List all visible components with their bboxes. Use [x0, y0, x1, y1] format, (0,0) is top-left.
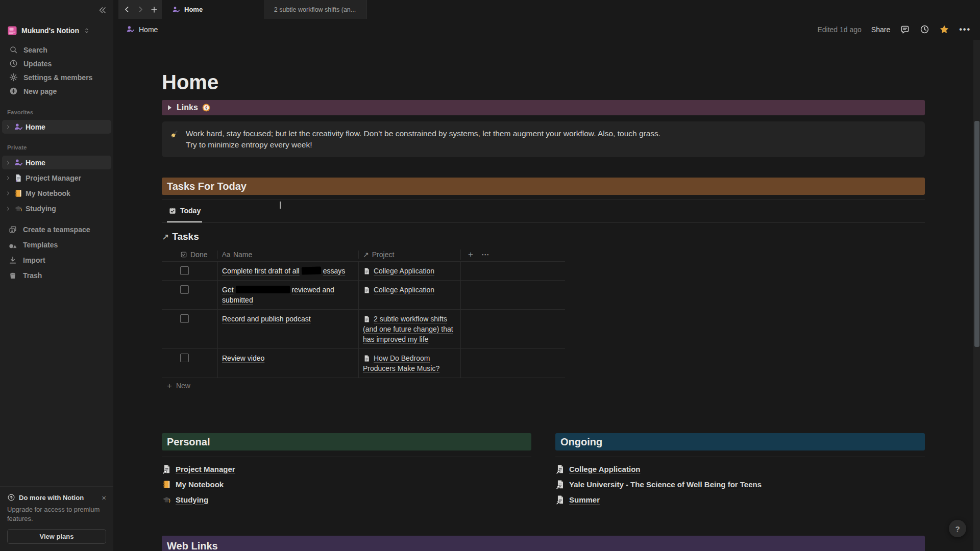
share-button[interactable]: Share — [871, 26, 890, 34]
project-cell[interactable]: College Application — [358, 262, 460, 280]
arrow-up-circle-icon — [7, 493, 15, 502]
project-cell[interactable]: How Do Bedroom Producers Make Music? — [358, 349, 460, 378]
task-checkbox[interactable] — [180, 266, 189, 275]
new-tab-icon[interactable] — [150, 6, 158, 14]
table-row: Record and publish podcast 2 subtle work… — [162, 310, 565, 349]
notebook-icon — [14, 189, 23, 198]
link-label: Studying — [176, 495, 208, 504]
sidebar-item-search[interactable]: Search — [0, 43, 113, 57]
tab-home[interactable]: Home — [162, 0, 264, 19]
tab-nav-controls — [118, 0, 162, 19]
breadcrumb[interactable]: Home — [126, 25, 158, 34]
linked-page-icon — [162, 495, 172, 505]
link-label: College Application — [569, 465, 640, 473]
add-column-button[interactable]: + — [468, 249, 473, 260]
project-link[interactable]: How Do Bedroom Producers Make Music? — [363, 354, 439, 372]
chevron-right-icon[interactable] — [5, 190, 11, 196]
chevron-right-icon[interactable] — [5, 175, 11, 181]
project-link[interactable]: College Application — [374, 267, 434, 275]
comment-icon[interactable] — [900, 24, 910, 35]
sidebar-collapse-icon[interactable] — [97, 5, 107, 15]
help-button[interactable]: ? — [949, 520, 966, 537]
link-studying[interactable]: Studying — [162, 492, 531, 507]
personal-column: Personal Project Manager My Notebook Stu… — [162, 433, 531, 507]
chevron-right-icon[interactable] — [5, 206, 11, 212]
sidebar-item-home-private[interactable]: Home — [2, 156, 111, 169]
sidebar-item-settings[interactable]: Settings & members — [0, 70, 113, 84]
task-checkbox[interactable] — [180, 314, 189, 323]
add-row-label: New — [176, 382, 190, 390]
sidebar-item-label: Project Manager — [26, 174, 81, 182]
add-row-button[interactable]: + New — [162, 378, 565, 393]
column-header-done[interactable]: Done — [162, 251, 217, 259]
teamspace-icon — [8, 225, 17, 234]
task-checkbox[interactable] — [180, 285, 189, 294]
project-cell[interactable]: 2 subtle workflow shifts (and one future… — [358, 310, 460, 348]
close-icon[interactable]: × — [102, 494, 106, 502]
link-project-manager[interactable]: Project Manager — [162, 461, 531, 477]
link-summer[interactable]: Summer — [555, 492, 925, 507]
project-cell[interactable]: College Application — [358, 281, 460, 309]
chevron-right-icon[interactable] — [5, 124, 11, 130]
project-link[interactable]: College Application — [374, 286, 434, 294]
chevron-right-icon[interactable] — [5, 160, 11, 166]
scrollbar-track[interactable] — [973, 40, 980, 551]
done-cell — [162, 349, 217, 378]
tasks-table: Done Aa Name ↗ Project + ⋯ Complet — [162, 247, 565, 393]
table-more-icon[interactable]: ⋯ — [481, 250, 489, 259]
view-plans-button[interactable]: View plans — [7, 529, 106, 544]
column-header-project[interactable]: ↗ Project — [358, 251, 460, 259]
toggle-triangle-icon[interactable] — [168, 105, 172, 110]
more-options-icon[interactable]: ••• — [959, 25, 971, 34]
column-label: Project — [372, 251, 395, 259]
project-link[interactable]: 2 subtle workflow shifts (and one future… — [363, 315, 453, 343]
up-down-chevrons-icon — [83, 27, 90, 34]
link-yale-university[interactable]: Yale University - The Science of Well Be… — [555, 477, 925, 492]
links-toggle[interactable]: Links — [162, 100, 925, 115]
favorites-label: Favorites — [0, 107, 113, 117]
back-icon[interactable] — [122, 5, 131, 14]
view-tab-today[interactable]: Today — [167, 199, 202, 222]
workspace-switcher[interactable]: Mukund's Notion — [0, 23, 113, 38]
scrollbar-thumb[interactable] — [974, 121, 979, 347]
star-filled-icon[interactable] — [939, 24, 949, 35]
link-college-application[interactable]: College Application — [555, 461, 925, 477]
sidebar-item-updates[interactable]: Updates — [0, 57, 113, 70]
sidebar-item-label: Import — [23, 256, 45, 264]
name-cell[interactable]: Review video — [217, 349, 358, 378]
callout-line-2: Try to minimize entropy every week! — [186, 139, 660, 151]
tasks-for-today-heading: Tasks For Today — [162, 178, 925, 195]
sidebar-item-my-notebook[interactable]: My Notebook — [2, 186, 111, 200]
sidebar-item-home-favorite[interactable]: Home — [2, 120, 111, 134]
breadcrumb-label: Home — [139, 26, 158, 34]
sidebar-item-import[interactable]: Import — [0, 253, 113, 267]
sidebar-item-templates[interactable]: Templates — [0, 238, 113, 252]
redaction-box — [301, 266, 321, 274]
person-check-icon — [172, 6, 180, 14]
link-label: Yale University - The Science of Well Be… — [569, 480, 762, 489]
link-my-notebook[interactable]: My Notebook — [162, 477, 531, 492]
tab-bar: Home 2 subtle workflow shifts (an... — [113, 0, 980, 19]
tab-workflow-shifts[interactable]: 2 subtle workflow shifts (an... — [264, 0, 366, 19]
sidebar-item-studying[interactable]: Studying — [2, 202, 111, 215]
task-checkbox[interactable] — [180, 354, 189, 362]
sidebar-item-new-page[interactable]: New page — [0, 84, 113, 98]
sidebar-item-label: New page — [23, 87, 57, 95]
import-icon — [8, 256, 17, 265]
sidebar-item-create-teamspace[interactable]: Create a teamspace — [0, 222, 113, 236]
sidebar-item-project-manager[interactable]: Project Manager — [2, 171, 111, 185]
name-cell[interactable]: Record and publish podcast — [217, 310, 358, 348]
linked-page-icon — [162, 464, 172, 474]
ongoing-column: Ongoing College Application Yale Univers… — [555, 433, 925, 507]
name-cell[interactable]: Complete first draft of allessays — [217, 262, 358, 280]
column-header-name[interactable]: Aa Name — [217, 251, 358, 259]
column-label: Name — [233, 251, 252, 259]
name-cell[interactable]: Getreviewed and submitted — [217, 281, 358, 309]
history-clock-icon[interactable] — [920, 24, 929, 34]
link-label: My Notebook — [176, 480, 224, 489]
sidebar-item-trash[interactable]: Trash — [0, 268, 113, 282]
web-links-heading: Web Links — [162, 536, 925, 551]
forward-icon[interactable] — [136, 5, 145, 14]
page-content: Home Links Work hard, stay focused; but … — [113, 40, 973, 551]
database-title[interactable]: ↗ Tasks — [162, 230, 925, 243]
